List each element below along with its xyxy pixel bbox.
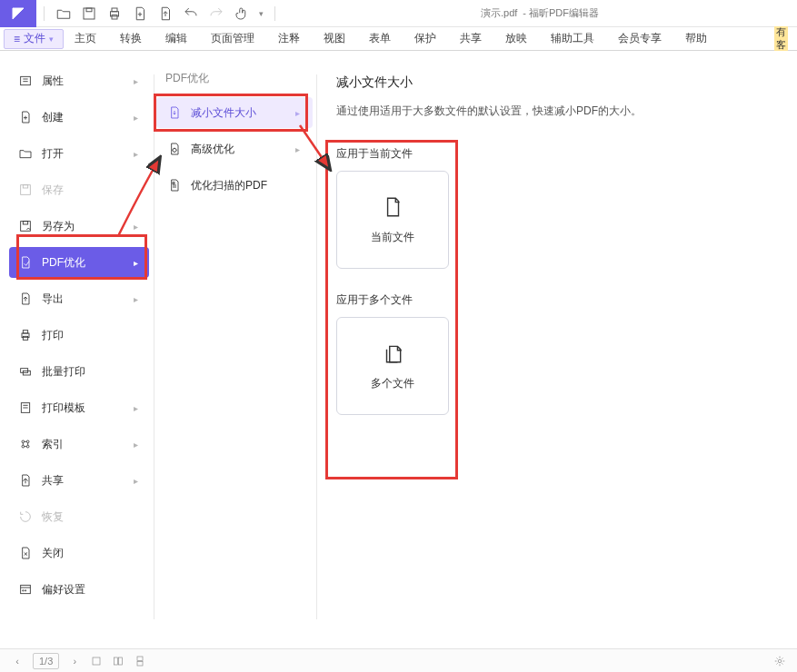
svg-point-19 [26,445,29,448]
submenu-header: PDF优化 [156,65,313,97]
svg-point-23 [173,148,176,152]
single-file-icon [381,195,404,219]
fm-index[interactable]: 索引 ▸ [9,429,149,460]
tab-help[interactable]: 帮助 [682,29,711,48]
detail-desc: 通过使用适用于大多数文件的默认设置，快速减小PDF的大小。 [336,104,781,119]
tab-member[interactable]: 会员专享 [614,29,665,48]
create-icon [18,110,33,124]
export-icon [18,292,33,306]
card-multi-label: 多个文件 [371,376,414,391]
fm-create[interactable]: 创建 ▸ [9,102,149,133]
apply-current-file-card[interactable]: 当前文件 [336,171,449,269]
detail-title: 减小文件大小 [336,74,781,91]
reduce-size-icon [167,105,182,120]
layout-icon[interactable] [90,655,103,667]
touch-icon[interactable] [234,5,250,22]
tab-protect[interactable]: 保护 [411,29,440,48]
optimize-icon [18,255,33,270]
ribbon-right-2: 客 [774,39,788,51]
status-bar: ‹ 1/3 › [0,648,797,672]
page-export-icon[interactable] [157,5,174,22]
fm-restore: 恢复 [9,501,149,532]
page-indicator[interactable]: 1/3 [33,653,59,669]
svg-rect-9 [23,222,27,224]
ribbon-tabs: ≡ 文件 ▾ 主页 转换 编辑 页面管理 注释 视图 表单 保护 共享 放映 辅… [0,27,797,51]
fm-close[interactable]: 关闭 [9,538,149,568]
app-logo [0,0,36,27]
sm-reduce-size[interactable]: 减小文件大小 ▸ [156,97,313,128]
tab-accessibility[interactable]: 辅助工具 [547,29,598,48]
close-doc-icon [18,546,33,560]
redo-icon[interactable] [208,5,224,22]
advanced-optimize-icon [167,142,182,156]
prev-page-icon[interactable]: ‹ [11,655,24,667]
fm-print-template[interactable]: 打印模板 ▸ [9,392,149,423]
layout-two-icon[interactable] [112,655,125,667]
svg-rect-28 [137,657,143,661]
tab-share[interactable]: 共享 [456,29,485,48]
print-template-icon [18,400,33,415]
tab-convert[interactable]: 转换 [116,29,145,48]
fm-label: 属性 [42,74,122,89]
page-add-icon[interactable] [132,5,148,22]
undo-icon[interactable] [183,5,199,22]
sm-advanced-optimize[interactable]: 高级优化 ▸ [156,133,313,164]
fm-preferences[interactable]: 偏好设置 [9,574,149,605]
tab-present[interactable]: 放映 [502,29,531,48]
fm-save: 保存 [9,174,149,205]
app-title: - 福昕PDF编辑器 [523,6,599,20]
file-menu-button[interactable]: ≡ 文件 ▾ [4,29,64,49]
fm-open[interactable]: 打开 ▸ [9,138,149,169]
save-as-icon [18,219,33,233]
fm-pdf-optimize[interactable]: PDF优化 ▸ [9,247,149,278]
svg-rect-1 [86,8,92,12]
tab-home[interactable]: 主页 [71,29,100,48]
app-toolbar: ▾ 演示.pdf - 福昕PDF编辑器 [0,0,797,27]
card-current-label: 当前文件 [371,230,414,245]
next-page-icon[interactable]: › [68,655,81,667]
apply-multi-file-card[interactable]: 多个文件 [336,317,449,415]
file-menu-label: 文件 [24,31,45,46]
tab-edit[interactable]: 编辑 [162,29,191,48]
file-menu-panel: 属性 ▸ 创建 ▸ 打开 ▸ 保存 另存为 ▸ PDF优化 ▸ 导出 ▸ 打印 [9,51,149,605]
layout-cont-icon[interactable] [134,655,146,667]
share-icon [18,473,33,488]
fm-batch-print[interactable]: 批量打印 [9,356,149,387]
svg-rect-0 [84,8,95,19]
tab-page-manage[interactable]: 页面管理 [207,29,258,48]
properties-icon [18,74,33,88]
chevron-right-icon: ▸ [131,76,140,86]
svg-rect-26 [115,657,118,665]
chevron-right-icon: ▸ [293,108,302,118]
print-icon[interactable] [106,5,123,22]
scanned-pdf-icon [167,178,182,193]
detail-pane: 减小文件大小 通过使用适用于大多数文件的默认设置，快速减小PDF的大小。 应用于… [327,51,790,448]
svg-rect-24 [173,183,174,184]
tab-view[interactable]: 视图 [320,29,349,48]
svg-rect-29 [137,661,143,666]
svg-rect-5 [21,76,31,84]
gear-icon[interactable] [773,655,786,667]
tab-annotate[interactable]: 注释 [274,29,304,48]
ribbon-right-1: 有 [774,26,788,38]
fm-print[interactable]: 打印 [9,320,149,351]
fm-export[interactable]: 导出 ▸ [9,283,149,314]
chevron-right-icon: ▸ [131,440,140,450]
open-folder-icon [18,146,33,161]
document-title: 演示.pdf [481,6,517,20]
section-current-label: 应用于当前文件 [336,146,781,162]
open-icon[interactable] [55,5,72,22]
chevron-right-icon: ▸ [131,149,140,159]
save-icon[interactable] [81,5,97,22]
fm-properties[interactable]: 属性 ▸ [9,65,149,96]
sm-optimize-scanned[interactable]: 优化扫描的PDF [156,170,313,201]
fm-save-as[interactable]: 另存为 ▸ [9,211,149,242]
menu-lines-icon: ≡ [14,33,20,45]
print-icon [18,328,33,342]
svg-point-30 [778,659,782,663]
save-disk-icon [18,183,33,197]
chevron-right-icon: ▸ [131,403,140,413]
fm-share[interactable]: 共享 ▸ [9,465,149,496]
svg-rect-25 [93,657,100,665]
tab-form[interactable]: 表单 [365,29,394,48]
